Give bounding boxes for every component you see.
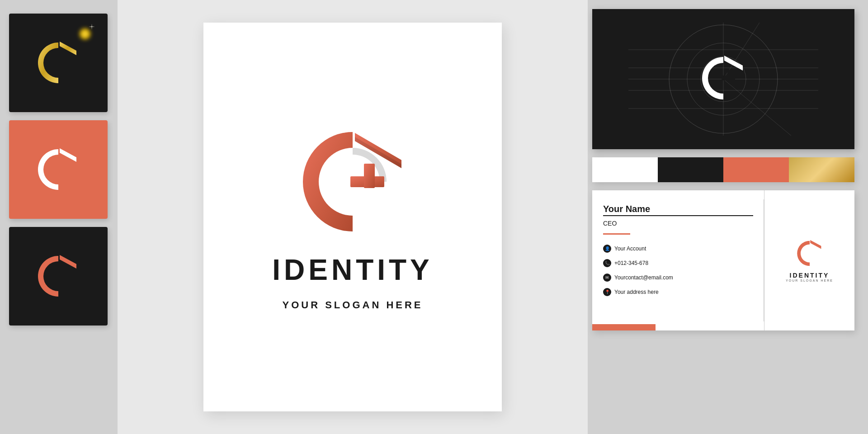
person-name: Your Name — [603, 204, 753, 216]
account-icon: 👤 — [603, 245, 611, 253]
brand-slogan: YOUR SLOGAN HERE — [282, 299, 423, 311]
thumb-orange[interactable] — [9, 120, 108, 219]
swatch-black — [658, 157, 723, 182]
bcard-dark-logo — [696, 53, 750, 105]
account-text: Your Account — [614, 245, 646, 252]
main-center: IDENTITY YOUR SLOGAN HERE — [118, 0, 588, 434]
thumb-logo-white — [33, 145, 83, 194]
contact-address: 📍 Your address here — [603, 288, 753, 296]
bcard-brand-slogan: YOUR SLOGAN HERE — [786, 279, 833, 282]
svg-rect-7 — [63, 269, 67, 278]
address-text: Your address here — [614, 289, 659, 295]
phone-icon: 📞 — [603, 259, 611, 267]
swatch-gold — [789, 157, 854, 182]
phone-text: +012-345-678 — [614, 260, 648, 266]
svg-rect-4 — [63, 162, 67, 172]
svg-rect-1 — [63, 55, 67, 65]
right-panel: Your Name CEO 👤 Your Account 📞 +012-345-… — [588, 0, 868, 434]
thumb-black-orange[interactable] — [9, 227, 108, 326]
svg-marker-29 — [810, 240, 821, 249]
swatch-white — [592, 157, 658, 182]
left-sidebar — [0, 0, 118, 434]
contact-email: ✉ Yourcontact@email.com — [603, 274, 753, 282]
svg-rect-25 — [727, 70, 732, 81]
thumb-logo-orange — [33, 251, 83, 301]
thumb-logo-gold — [33, 38, 83, 88]
bcard-contact-section: Your Name CEO 👤 Your Account 📞 +012-345-… — [592, 190, 764, 330]
contact-account: 👤 Your Account — [603, 245, 753, 253]
main-logo-svg — [289, 123, 416, 241]
bcard-dark[interactable] — [592, 9, 854, 149]
svg-rect-10 — [364, 164, 375, 188]
color-swatches — [592, 157, 854, 182]
svg-marker-8 — [60, 255, 76, 269]
swatch-orange — [723, 157, 789, 182]
white-card: IDENTITY YOUR SLOGAN HERE — [203, 23, 502, 411]
contact-phone: 📞 +012-345-678 — [603, 259, 753, 267]
email-text: Yourcontact@email.com — [614, 274, 673, 281]
bcard-brand-name: IDENTITY — [790, 272, 830, 279]
email-icon: ✉ — [603, 274, 611, 282]
person-title: CEO — [603, 220, 753, 227]
main-logo-wrap: IDENTITY YOUR SLOGAN HERE — [272, 123, 433, 311]
bcard-accent-line — [592, 324, 656, 330]
svg-marker-2 — [60, 42, 76, 55]
brand-name: IDENTITY — [272, 253, 433, 287]
address-icon: 📍 — [603, 288, 611, 296]
svg-marker-26 — [724, 56, 743, 71]
bcard-light[interactable]: Your Name CEO 👤 Your Account 📞 +012-345-… — [592, 190, 854, 330]
svg-rect-28 — [812, 248, 815, 255]
svg-marker-5 — [60, 148, 76, 162]
bcard-logo-svg — [794, 239, 826, 268]
thumb-black-gold[interactable] — [9, 14, 108, 112]
bcard-vertical-divider — [764, 199, 764, 321]
bcard-brand-section: IDENTITY YOUR SLOGAN HERE — [764, 190, 854, 330]
title-underline — [603, 233, 630, 235]
